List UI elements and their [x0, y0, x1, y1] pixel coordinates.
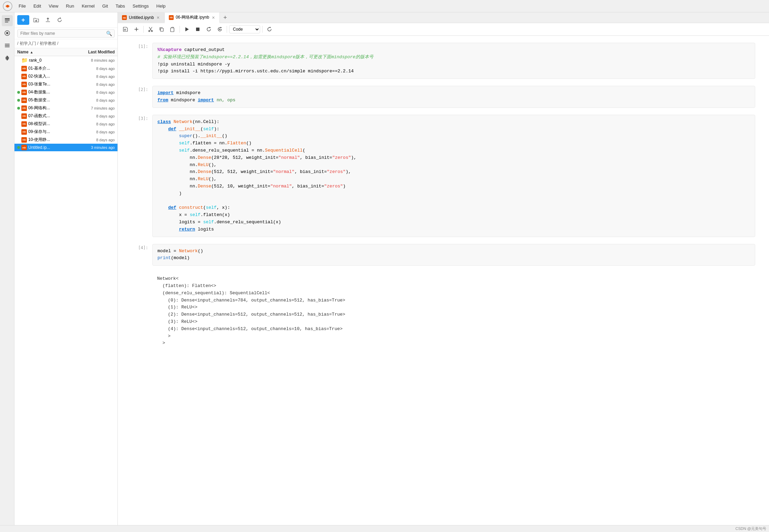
svg-marker-20 — [219, 29, 221, 30]
file-list-item[interactable]: nb02-快速入...8 days ago — [14, 72, 117, 80]
svg-marker-16 — [185, 27, 189, 31]
file-list-item[interactable]: nb10-使用静...8 days ago — [14, 136, 117, 144]
sidebar-icon-stop[interactable] — [2, 28, 13, 39]
cell-body: import mindspore from mindspore import n… — [152, 86, 755, 108]
code-token: return — [179, 227, 195, 232]
code-token: "normal" — [273, 169, 294, 174]
cell-body: class Network(nn.Cell): def __init__(sel… — [152, 115, 755, 237]
menu-run[interactable]: Run — [62, 2, 78, 10]
code-token: from — [157, 98, 168, 103]
file-item-modified: 8 days ago — [77, 122, 115, 126]
run-button[interactable] — [182, 24, 192, 34]
status-dot-empty — [17, 59, 20, 62]
column-header-name[interactable]: Name ▲ — [17, 50, 77, 54]
code-token: def — [168, 205, 176, 210]
cell-type-select[interactable]: Code Markdown Raw — [229, 25, 260, 33]
sidebar-icon-menu[interactable] — [2, 40, 13, 51]
file-list-item[interactable]: nb06-网络构...7 minutes ago — [14, 104, 117, 112]
menu-kernel[interactable]: Kernel — [78, 2, 98, 10]
notebook-tab[interactable]: nb06-网络构建.ipynb× — [165, 12, 220, 23]
file-list-header: Name ▲ Last Modified — [14, 48, 117, 56]
cell-input-code[interactable]: class Network(nn.Cell): def __init__(sel… — [152, 115, 755, 237]
copy-button[interactable] — [157, 24, 166, 34]
file-list-item[interactable]: nb07-函数式...8 days ago — [14, 112, 117, 120]
cell-body: Network< (flatten): Flatten<> (dense_rel… — [152, 273, 755, 350]
file-list-item[interactable]: 📁rank_08 minutes ago — [14, 56, 117, 64]
menu-edit[interactable]: Edit — [30, 2, 44, 10]
tab-close-button[interactable]: × — [156, 15, 160, 20]
file-item-name: 02-快速入... — [28, 73, 77, 79]
cell-input-code[interactable]: model = Network() print(model) — [152, 244, 755, 266]
cell-area: [1]:%%capture captured_output # 实验环境已经预装… — [118, 36, 769, 525]
menu-settings[interactable]: Settings — [129, 2, 152, 10]
file-list-item[interactable]: nb05-数据变...8 days ago — [14, 96, 117, 104]
cut-button[interactable] — [146, 24, 155, 34]
file-list-item[interactable]: nb08-模型训...8 days ago — [14, 120, 117, 128]
file-item-name: 06-网络构... — [28, 105, 77, 111]
tabs-bar: nbUntitled.ipynb×nb06-网络构建.ipynb×+ — [118, 12, 769, 23]
menu-git[interactable]: Git — [99, 2, 112, 10]
file-item-modified: 8 days ago — [77, 98, 115, 102]
menu-tabs[interactable]: Tabs — [112, 2, 128, 10]
tab-notebook-icon: nb — [122, 15, 127, 20]
svg-marker-19 — [221, 27, 222, 28]
code-token: self — [203, 126, 214, 132]
svg-rect-3 — [5, 20, 10, 21]
notebook-icon: nb — [21, 129, 27, 135]
save-button[interactable] — [121, 24, 130, 34]
new-file-button[interactable]: + — [17, 15, 29, 25]
file-item-modified: 8 days ago — [77, 82, 115, 86]
tab-close-button[interactable]: × — [211, 15, 215, 20]
cell-input-code[interactable]: import mindspore from mindspore import n… — [152, 86, 755, 108]
menu-view[interactable]: View — [45, 2, 62, 10]
status-dot-empty — [17, 115, 20, 117]
file-item-name: 01-基本介... — [28, 65, 77, 71]
stop-button[interactable] — [193, 24, 203, 34]
refresh-button[interactable] — [55, 15, 64, 25]
refresh-kernel-button[interactable] — [265, 24, 274, 34]
sidebar-icon-files[interactable] — [2, 15, 13, 26]
code-token: Dense — [198, 184, 211, 189]
cell-input-code[interactable]: %%capture captured_output # 实验环境已经预装了min… — [152, 43, 755, 79]
svg-rect-17 — [196, 28, 199, 31]
menu-file[interactable]: File — [15, 2, 29, 10]
file-list-item[interactable]: nbUntitled.ip...3 minutes ago — [14, 144, 117, 151]
add-cell-button[interactable] — [132, 24, 141, 34]
file-list-item[interactable]: nb03-张量Te...8 days ago — [14, 80, 117, 88]
file-item-modified: 3 minutes ago — [77, 145, 115, 150]
status-dot-active — [17, 146, 20, 149]
file-item-name: 04-数据集... — [28, 89, 77, 95]
file-list-item[interactable]: nb01-基本介...8 days ago — [14, 64, 117, 72]
svg-rect-8 — [5, 45, 10, 46]
file-search-bar: 🔍 — [14, 28, 117, 39]
search-input[interactable] — [17, 29, 115, 38]
svg-rect-9 — [5, 47, 10, 47]
file-list: 📁rank_08 minutes agonb01-基本介...8 days ag… — [14, 56, 117, 525]
add-tab-button[interactable]: + — [220, 12, 230, 23]
upload-button[interactable] — [43, 15, 53, 25]
code-token: class — [157, 119, 171, 124]
new-folder-button[interactable] — [31, 15, 41, 25]
status-dot-empty — [17, 67, 20, 70]
paste-button[interactable] — [168, 24, 177, 34]
file-item-modified: 8 days ago — [77, 130, 115, 134]
main-layout: + 🔍 / 初学入门 / 初学教程 / Name ▲ Last Modifie — [0, 12, 769, 525]
code-token: self — [179, 141, 189, 146]
menu-help[interactable]: Help — [153, 2, 169, 10]
toolbar-separator — [143, 26, 144, 33]
sidebar-icon-extensions[interactable] — [2, 52, 13, 63]
restart-button[interactable] — [204, 24, 214, 34]
notebook-tab[interactable]: nbUntitled.ipynb× — [118, 13, 165, 22]
restart-run-button[interactable] — [215, 24, 225, 34]
file-list-item[interactable]: nb04-数据集...8 days ago — [14, 88, 117, 96]
file-item-modified: 8 minutes ago — [77, 58, 115, 62]
code-token: ReLU — [198, 162, 208, 167]
file-list-item[interactable]: nb09-保存与...8 days ago — [14, 128, 117, 136]
cell-number: [1]: — [132, 43, 152, 79]
cell-output-text: Network< (flatten): Flatten<> (dense_rel… — [152, 273, 755, 350]
notebook-area: nbUntitled.ipynb×nb06-网络构建.ipynb×+ — [118, 12, 769, 525]
code-token: construct — [179, 205, 203, 210]
file-item-modified: 8 days ago — [77, 66, 115, 71]
file-item-name: 08-模型训... — [28, 121, 77, 127]
code-token: SequentialCell — [265, 148, 303, 153]
